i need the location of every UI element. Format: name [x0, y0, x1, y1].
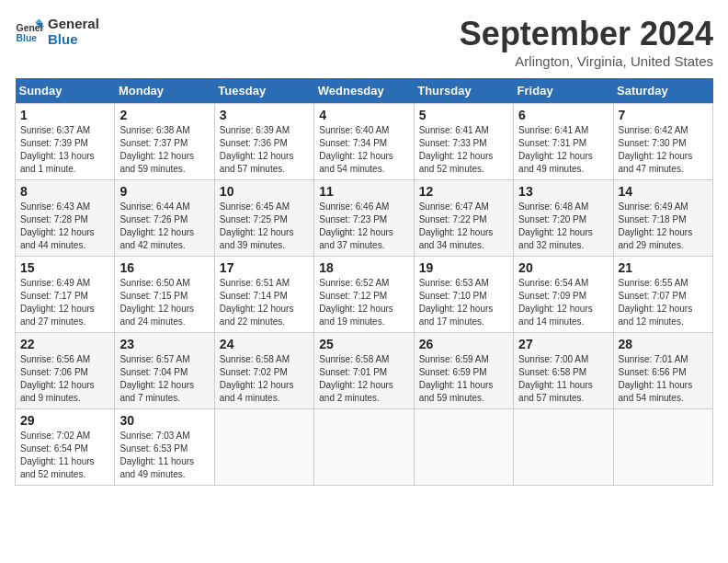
calendar-cell: 11Sunrise: 6:46 AMSunset: 7:23 PMDayligh… [314, 180, 414, 257]
week-row-4: 22Sunrise: 6:56 AMSunset: 7:06 PMDayligh… [16, 333, 713, 409]
logo: General Blue General Blue [15, 15, 99, 47]
day-info: Sunrise: 6:44 AMSunset: 7:26 PMDaylight:… [119, 201, 209, 252]
col-header-tuesday: Tuesday [214, 78, 313, 104]
day-number: 8 [20, 184, 109, 199]
day-info: Sunrise: 6:52 AMSunset: 7:12 PMDaylight:… [319, 277, 408, 328]
day-number: 12 [419, 184, 508, 199]
day-info: Sunrise: 6:38 AMSunset: 7:37 PMDaylight:… [119, 124, 209, 176]
day-number: 4 [319, 108, 408, 122]
day-info: Sunrise: 6:42 AMSunset: 7:30 PMDaylight:… [619, 124, 708, 176]
calendar-cell: 20Sunrise: 6:54 AMSunset: 7:09 PMDayligh… [514, 257, 613, 333]
col-header-friday: Friday [514, 78, 613, 104]
day-number: 20 [518, 260, 608, 275]
day-info: Sunrise: 6:48 AMSunset: 7:20 PMDaylight:… [518, 201, 608, 252]
day-number: 15 [20, 260, 109, 275]
day-info: Sunrise: 6:37 AMSunset: 7:39 PMDaylight:… [20, 124, 109, 176]
day-number: 30 [119, 413, 209, 428]
col-header-sunday: Sunday [16, 78, 115, 104]
day-info: Sunrise: 6:54 AMSunset: 7:09 PMDaylight:… [518, 277, 608, 328]
day-number: 29 [20, 413, 109, 428]
calendar-cell: 10Sunrise: 6:45 AMSunset: 7:25 PMDayligh… [214, 180, 313, 257]
week-row-1: 1Sunrise: 6:37 AMSunset: 7:39 PMDaylight… [16, 104, 713, 180]
day-info: Sunrise: 6:43 AMSunset: 7:28 PMDaylight:… [20, 201, 109, 252]
calendar-cell: 15Sunrise: 6:49 AMSunset: 7:17 PMDayligh… [16, 257, 115, 333]
day-number: 11 [319, 184, 408, 199]
day-info: Sunrise: 7:00 AMSunset: 6:58 PMDaylight:… [518, 353, 608, 405]
day-info: Sunrise: 6:56 AMSunset: 7:06 PMDaylight:… [20, 353, 109, 405]
day-number: 3 [220, 108, 309, 122]
header-row: SundayMondayTuesdayWednesdayThursdayFrid… [16, 78, 713, 104]
day-info: Sunrise: 6:41 AMSunset: 7:31 PMDaylight:… [518, 124, 608, 176]
day-info: Sunrise: 6:45 AMSunset: 7:25 PMDaylight:… [220, 201, 309, 252]
day-info: Sunrise: 6:41 AMSunset: 7:33 PMDaylight:… [419, 124, 508, 176]
calendar-cell: 29Sunrise: 7:02 AMSunset: 6:54 PMDayligh… [16, 409, 115, 486]
calendar-cell: 23Sunrise: 6:57 AMSunset: 7:04 PMDayligh… [115, 333, 214, 409]
calendar-cell: 6Sunrise: 6:41 AMSunset: 7:31 PMDaylight… [514, 104, 613, 180]
header: General Blue General Blue September 2024… [15, 15, 713, 69]
day-number: 28 [619, 337, 708, 351]
day-number: 14 [619, 184, 708, 199]
day-info: Sunrise: 6:50 AMSunset: 7:15 PMDaylight:… [119, 277, 209, 328]
calendar-cell: 22Sunrise: 6:56 AMSunset: 7:06 PMDayligh… [16, 333, 115, 409]
day-number: 1 [20, 108, 109, 122]
day-info: Sunrise: 6:58 AMSunset: 7:02 PMDaylight:… [220, 353, 309, 405]
day-number: 19 [419, 260, 508, 275]
calendar-cell: 2Sunrise: 6:38 AMSunset: 7:37 PMDaylight… [115, 104, 214, 180]
calendar-cell [414, 409, 513, 486]
day-info: Sunrise: 6:49 AMSunset: 7:18 PMDaylight:… [619, 201, 708, 252]
calendar-cell: 28Sunrise: 7:01 AMSunset: 6:56 PMDayligh… [613, 333, 712, 409]
day-number: 21 [619, 260, 708, 275]
calendar-cell: 13Sunrise: 6:48 AMSunset: 7:20 PMDayligh… [514, 180, 613, 257]
calendar-table: SundayMondayTuesdayWednesdayThursdayFrid… [15, 78, 713, 486]
day-number: 26 [419, 337, 508, 351]
calendar-cell: 18Sunrise: 6:52 AMSunset: 7:12 PMDayligh… [314, 257, 414, 333]
day-number: 13 [518, 184, 608, 199]
day-info: Sunrise: 6:47 AMSunset: 7:22 PMDaylight:… [419, 201, 508, 252]
calendar-cell: 17Sunrise: 6:51 AMSunset: 7:14 PMDayligh… [214, 257, 313, 333]
week-row-5: 29Sunrise: 7:02 AMSunset: 6:54 PMDayligh… [16, 409, 713, 486]
calendar-cell: 9Sunrise: 6:44 AMSunset: 7:26 PMDaylight… [115, 180, 214, 257]
calendar-cell [514, 409, 613, 486]
day-info: Sunrise: 6:40 AMSunset: 7:34 PMDaylight:… [319, 124, 408, 176]
calendar-cell: 14Sunrise: 6:49 AMSunset: 7:18 PMDayligh… [613, 180, 712, 257]
col-header-wednesday: Wednesday [314, 78, 414, 104]
calendar-cell: 4Sunrise: 6:40 AMSunset: 7:34 PMDaylight… [314, 104, 414, 180]
day-info: Sunrise: 6:59 AMSunset: 6:59 PMDaylight:… [419, 353, 508, 405]
calendar-cell: 24Sunrise: 6:58 AMSunset: 7:02 PMDayligh… [214, 333, 313, 409]
calendar-cell: 3Sunrise: 6:39 AMSunset: 7:36 PMDaylight… [214, 104, 313, 180]
calendar-cell: 5Sunrise: 6:41 AMSunset: 7:33 PMDaylight… [414, 104, 513, 180]
day-info: Sunrise: 6:55 AMSunset: 7:07 PMDaylight:… [619, 277, 708, 328]
day-number: 24 [220, 337, 309, 351]
calendar-cell: 8Sunrise: 6:43 AMSunset: 7:28 PMDaylight… [16, 180, 115, 257]
calendar-cell: 30Sunrise: 7:03 AMSunset: 6:53 PMDayligh… [115, 409, 214, 486]
day-info: Sunrise: 7:01 AMSunset: 6:56 PMDaylight:… [619, 353, 708, 405]
col-header-saturday: Saturday [613, 78, 712, 104]
day-info: Sunrise: 6:58 AMSunset: 7:01 PMDaylight:… [319, 353, 408, 405]
day-number: 2 [119, 108, 209, 122]
day-info: Sunrise: 7:03 AMSunset: 6:53 PMDaylight:… [119, 430, 209, 481]
week-row-2: 8Sunrise: 6:43 AMSunset: 7:28 PMDaylight… [16, 180, 713, 257]
col-header-monday: Monday [115, 78, 214, 104]
calendar-cell [613, 409, 712, 486]
day-info: Sunrise: 6:49 AMSunset: 7:17 PMDaylight:… [20, 277, 109, 328]
day-number: 17 [220, 260, 309, 275]
day-info: Sunrise: 6:39 AMSunset: 7:36 PMDaylight:… [220, 124, 309, 176]
calendar-cell: 7Sunrise: 6:42 AMSunset: 7:30 PMDaylight… [613, 104, 712, 180]
col-header-thursday: Thursday [414, 78, 513, 104]
day-number: 6 [518, 108, 608, 122]
day-number: 18 [319, 260, 408, 275]
calendar-cell [214, 409, 313, 486]
day-number: 9 [119, 184, 209, 199]
day-info: Sunrise: 6:46 AMSunset: 7:23 PMDaylight:… [319, 201, 408, 252]
day-number: 5 [419, 108, 508, 122]
day-number: 22 [20, 337, 109, 351]
week-row-3: 15Sunrise: 6:49 AMSunset: 7:17 PMDayligh… [16, 257, 713, 333]
day-number: 10 [220, 184, 309, 199]
calendar-cell [314, 409, 414, 486]
calendar-cell: 19Sunrise: 6:53 AMSunset: 7:10 PMDayligh… [414, 257, 513, 333]
month-title: September 2024 [460, 15, 713, 53]
day-number: 27 [518, 337, 608, 351]
day-number: 7 [619, 108, 708, 122]
logo-line1: General [48, 17, 99, 32]
day-number: 23 [119, 337, 209, 351]
